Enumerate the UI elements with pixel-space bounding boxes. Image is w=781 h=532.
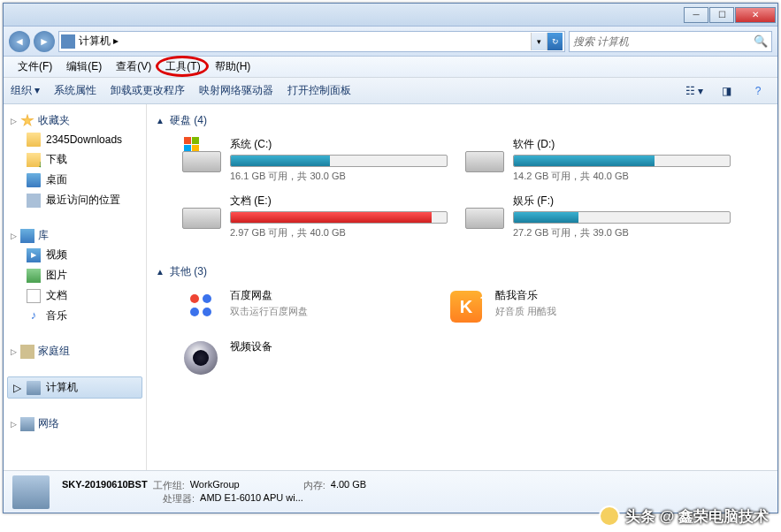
music-icon xyxy=(27,309,41,323)
svg-point-3 xyxy=(203,308,211,316)
menu-help[interactable]: 帮助(H) xyxy=(208,57,258,77)
address-dropdown[interactable]: ▾ xyxy=(531,33,547,50)
forward-button[interactable]: ► xyxy=(34,31,55,52)
drive-name: 文档 (E:) xyxy=(230,194,448,209)
menu-tools[interactable]: 工具(T) xyxy=(158,57,207,77)
other-item[interactable]: 百度网盘 双击运行百度网盘 xyxy=(182,288,412,325)
drive-free-space: 14.2 GB 可用，共 40.0 GB xyxy=(513,170,731,183)
drive-name: 娱乐 (F:) xyxy=(513,194,731,209)
svg-point-2 xyxy=(190,308,199,316)
sidebar-item-pictures[interactable]: 图片 xyxy=(7,265,142,285)
drive-free-space: 27.2 GB 可用，共 39.0 GB xyxy=(513,226,731,239)
search-icon[interactable]: 🔍 xyxy=(754,34,768,49)
others-section-header[interactable]: ▲其他 (3) xyxy=(156,264,769,279)
app-name: 视频设备 xyxy=(230,339,272,354)
libraries-group: ▷ 库 视频 图片 文档 音乐 xyxy=(7,226,142,326)
preview-pane-button[interactable]: ◨ xyxy=(714,81,739,101)
drive-name: 系统 (C:) xyxy=(230,137,448,152)
drive-usage-bar xyxy=(230,155,448,167)
desktop-icon xyxy=(27,173,41,187)
drive-free-space: 2.97 GB 可用，共 40.0 GB xyxy=(230,226,448,239)
folder-icon xyxy=(27,133,41,147)
address-bar[interactable]: 计算机 ▸ ▾ ↻ xyxy=(58,31,565,52)
app-icon: K♪ xyxy=(448,288,485,325)
watermark-avatar xyxy=(599,505,620,527)
svg-point-1 xyxy=(203,294,211,303)
recent-icon xyxy=(27,194,41,208)
sidebar-item-desktop[interactable]: 桌面 xyxy=(7,170,142,190)
other-item[interactable]: 视频设备 xyxy=(182,339,412,376)
svg-point-0 xyxy=(190,294,199,303)
maximize-button[interactable]: ☐ xyxy=(709,7,734,23)
drive-icon xyxy=(182,137,221,172)
download-icon xyxy=(27,153,41,167)
search-input[interactable] xyxy=(573,35,754,48)
other-item[interactable]: K♪ 酷我音乐 好音质 用酷我 xyxy=(448,288,678,325)
refresh-button[interactable]: ↻ xyxy=(547,33,563,50)
menu-bar: 文件(F) 编辑(E) 查看(V) 工具(T) 帮助(H) xyxy=(4,57,777,78)
favorites-header[interactable]: ▷ 收藏夹 xyxy=(7,111,142,130)
menu-edit[interactable]: 编辑(E) xyxy=(59,57,109,77)
uninstall-button[interactable]: 卸载或更改程序 xyxy=(111,83,185,98)
others-list: 百度网盘 双击运行百度网盘 K♪ 酷我音乐 好音质 用酷我 视频设备 xyxy=(182,288,769,391)
document-icon xyxy=(27,289,41,303)
drives-section-header[interactable]: ▲硬盘 (4) xyxy=(156,113,769,128)
content-pane: ▲硬盘 (4) 系统 (C:) 16.1 GB 可用，共 30.0 GB 软件 … xyxy=(147,104,777,470)
drive-name: 软件 (D:) xyxy=(513,137,731,152)
drive-item[interactable]: 软件 (D:) 14.2 GB 可用，共 40.0 GB xyxy=(465,137,731,183)
network-group: ▷ 网络 xyxy=(7,414,142,433)
navigation-bar: ◄ ► 计算机 ▸ ▾ ↻ 🔍 xyxy=(4,27,777,57)
computer-icon xyxy=(61,34,75,49)
drive-icon xyxy=(465,194,504,229)
search-box[interactable]: 🔍 xyxy=(569,31,772,52)
app-description: 双击运行百度网盘 xyxy=(230,305,308,318)
watermark: 头条 @ 鑫荣电脑技术 xyxy=(599,505,769,527)
minimize-button[interactable]: ─ xyxy=(684,7,708,23)
menu-file[interactable]: 文件(F) xyxy=(11,57,59,77)
body: ▷ 收藏夹 2345Downloads 下载 桌面 最近访问的位置 ▷ 库 视频… xyxy=(4,104,777,470)
control-panel-button[interactable]: 打开控制面板 xyxy=(287,83,351,98)
sidebar-item-downloads[interactable]: 下载 xyxy=(7,149,142,170)
back-button[interactable]: ◄ xyxy=(9,31,30,52)
app-name: 酷我音乐 xyxy=(495,288,556,303)
system-properties-button[interactable]: 系统属性 xyxy=(54,83,96,98)
map-drive-button[interactable]: 映射网络驱动器 xyxy=(199,83,273,98)
organize-button[interactable]: 组织 ▾ xyxy=(11,83,40,98)
drives-list: 系统 (C:) 16.1 GB 可用，共 30.0 GB 软件 (D:) 14.… xyxy=(182,137,769,250)
library-icon xyxy=(20,229,34,243)
drive-item[interactable]: 文档 (E:) 2.97 GB 可用，共 40.0 GB xyxy=(182,194,448,239)
computer-group: ▷ 计算机 xyxy=(7,376,142,399)
app-icon xyxy=(182,339,219,376)
titlebar: ─ ☐ ✕ xyxy=(4,4,777,27)
explorer-window: ─ ☐ ✕ ◄ ► 计算机 ▸ ▾ ↻ 🔍 文件(F) 编辑(E) 查看(V) … xyxy=(3,3,778,513)
drive-item[interactable]: 娱乐 (F:) 27.2 GB 可用，共 39.0 GB xyxy=(465,194,731,239)
status-details: SKY-20190610BST 工作组: WorkGroup 内存: 4.00 … xyxy=(62,479,366,505)
computer-name: SKY-20190610BST xyxy=(62,479,148,492)
sidebar-item-computer[interactable]: ▷ 计算机 xyxy=(7,376,142,399)
navigation-pane: ▷ 收藏夹 2345Downloads 下载 桌面 最近访问的位置 ▷ 库 视频… xyxy=(4,104,147,470)
drive-icon xyxy=(465,137,504,172)
drive-item[interactable]: 系统 (C:) 16.1 GB 可用，共 30.0 GB xyxy=(182,137,448,183)
sidebar-item-videos[interactable]: 视频 xyxy=(7,245,142,265)
toolbar: 组织 ▾ 系统属性 卸载或更改程序 映射网络驱动器 打开控制面板 ☷ ▾ ◨ ? xyxy=(4,78,777,104)
sidebar-item-recent[interactable]: 最近访问的位置 xyxy=(7,190,142,210)
favorites-group: ▷ 收藏夹 2345Downloads 下载 桌面 最近访问的位置 xyxy=(7,111,142,210)
picture-icon xyxy=(27,269,41,283)
sidebar-item-homegroup[interactable]: ▷ 家庭组 xyxy=(7,342,142,361)
sidebar-item-documents[interactable]: 文档 xyxy=(7,285,142,306)
close-button[interactable]: ✕ xyxy=(735,7,776,23)
sidebar-item-network[interactable]: ▷ 网络 xyxy=(7,414,142,433)
drive-usage-bar xyxy=(230,211,448,224)
homegroup-group: ▷ 家庭组 xyxy=(7,342,142,361)
menu-view[interactable]: 查看(V) xyxy=(109,57,158,77)
sidebar-item-music[interactable]: 音乐 xyxy=(7,306,142,326)
breadcrumb[interactable]: 计算机 ▸ xyxy=(79,34,531,49)
video-icon xyxy=(27,248,41,262)
libraries-header[interactable]: ▷ 库 xyxy=(7,226,142,245)
drive-usage-bar xyxy=(513,155,731,167)
drive-free-space: 16.1 GB 可用，共 30.0 GB xyxy=(230,170,448,183)
sidebar-item-2345downloads[interactable]: 2345Downloads xyxy=(7,130,142,149)
help-button[interactable]: ? xyxy=(746,81,770,101)
network-icon xyxy=(20,417,34,431)
view-options-button[interactable]: ☷ ▾ xyxy=(682,81,707,101)
